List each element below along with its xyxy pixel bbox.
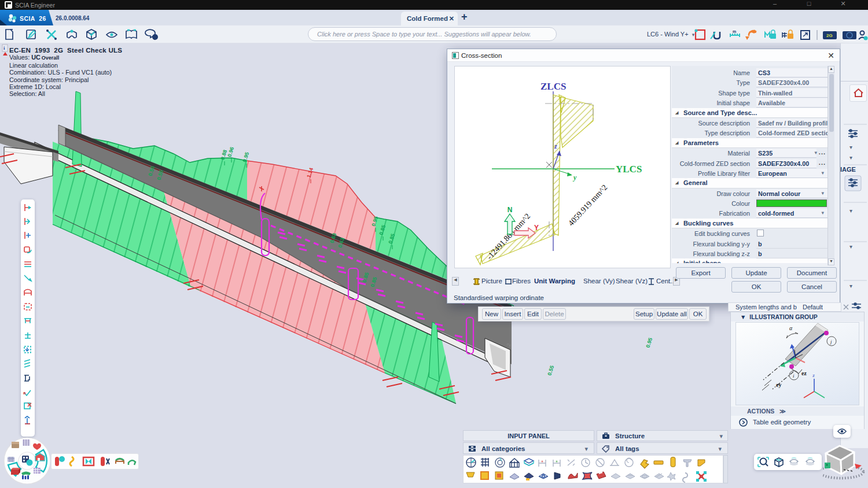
svg-text:i: i bbox=[793, 373, 795, 379]
svg-text:▾: ▾ bbox=[849, 154, 852, 161]
svg-text:m: m bbox=[733, 29, 736, 34]
svg-text:ey: ey bbox=[776, 382, 781, 388]
svg-text:YLCS: YLCS bbox=[616, 164, 642, 175]
svg-text:z: z bbox=[554, 142, 557, 150]
svg-text:4059.919 mm^2: 4059.919 mm^2 bbox=[567, 183, 609, 227]
svg-text:▾: ▾ bbox=[849, 283, 852, 289]
svg-text:2G: 2G bbox=[826, 33, 833, 38]
svg-text:▾: ▾ bbox=[849, 208, 852, 214]
svg-text:α: α bbox=[789, 325, 793, 331]
svg-text:0.55: 0.55 bbox=[546, 365, 555, 376]
svg-text:0.95: 0.95 bbox=[645, 337, 653, 349]
svg-text:▾: ▾ bbox=[849, 144, 852, 150]
svg-text:ez: ez bbox=[801, 370, 807, 376]
svg-text:ZLCS: ZLCS bbox=[540, 81, 566, 92]
svg-text:▾: ▾ bbox=[849, 243, 852, 250]
svg-text:Y: Y bbox=[534, 224, 539, 232]
svg-text:?: ? bbox=[153, 35, 156, 40]
svg-text:z: z bbox=[812, 373, 815, 378]
svg-text:N: N bbox=[507, 206, 513, 214]
svg-text:y: y bbox=[572, 173, 577, 182]
svg-text:a: a bbox=[23, 390, 26, 395]
svg-text:j: j bbox=[830, 339, 832, 345]
svg-text:0.96: 0.96 bbox=[226, 146, 235, 158]
